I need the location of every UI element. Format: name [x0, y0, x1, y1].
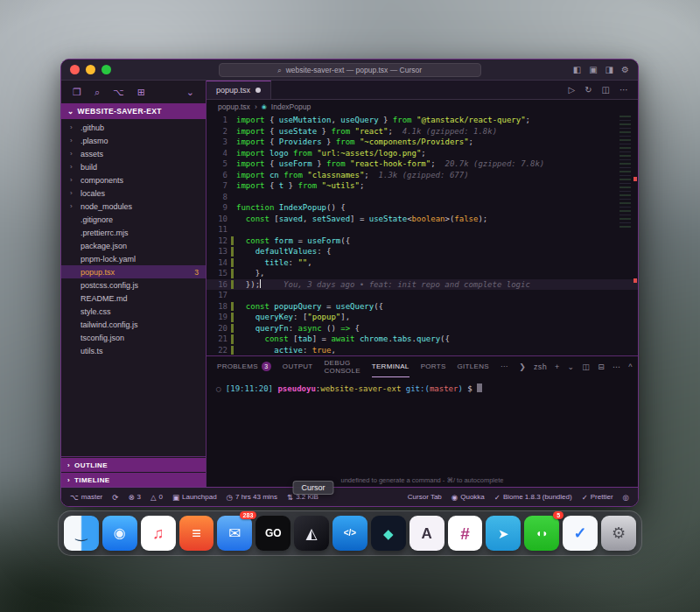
settings-gear-icon[interactable]: ⚙ [621, 65, 629, 74]
shell-name[interactable]: zsh [534, 362, 547, 371]
refresh-icon[interactable]: ↻ [584, 85, 592, 95]
terminal-token: website-saver-ext [320, 384, 401, 393]
wakatime-item[interactable]: ◷7 hrs 43 mins [227, 493, 277, 502]
terminal-token: [19:11:20] [226, 384, 278, 393]
dock-icon-dev-dark[interactable]: ◆ [371, 516, 406, 551]
panel-tab-ports[interactable]: PORTS [421, 356, 446, 377]
explorer-icon[interactable]: ❐ [73, 87, 81, 98]
split-editor-icon[interactable]: ◫ [602, 85, 610, 95]
new-terminal-icon[interactable]: + [555, 362, 560, 371]
file-tree-item-node_modules[interactable]: ›node_modules [61, 200, 206, 213]
file-tree-item-README.md[interactable]: README.md [61, 292, 206, 305]
launchpad-item[interactable]: ▣Launchpad [172, 493, 217, 502]
dock-icon-slack[interactable]: # [448, 516, 483, 551]
code-token: const [246, 236, 270, 245]
error-ruler-mark [634, 177, 637, 181]
file-tree-item-.gitignore[interactable]: .gitignore [61, 213, 206, 226]
timeline-section-header[interactable]: › TIMELINE [61, 473, 206, 487]
dock-icon-things[interactable]: ✓ [563, 516, 598, 551]
notifications-bell-icon[interactable]: ◎ [623, 493, 629, 502]
dock-icon-cursor[interactable]: ◭ [294, 516, 329, 551]
code-line: 7import { t } from "~utils"; [206, 180, 638, 192]
dock-icon-mail[interactable]: ✉283 [217, 516, 252, 551]
dock-icon-vscode[interactable]: </> [332, 516, 368, 551]
terminal-dropdown-icon[interactable]: ⌄ [568, 362, 575, 371]
dock-icon-finder[interactable]: ‿ [64, 516, 99, 551]
dock-icon-telegram[interactable]: ➤ [486, 516, 521, 551]
split-terminal-icon[interactable]: ◫ [582, 362, 590, 371]
file-tree-item-popup.tsx[interactable]: popup.tsx3 [61, 265, 206, 278]
panel-tab-problems[interactable]: PROBLEMS3 [217, 356, 271, 377]
extensions-icon[interactable]: ⊞ [137, 87, 145, 98]
chevron-down-icon[interactable]: ⌄ [186, 87, 194, 98]
code-token: active [274, 346, 303, 355]
explorer-project-header[interactable]: ⌄ WEBSITE-SAVER-EXT [61, 103, 206, 119]
run-icon[interactable]: ▷ [568, 85, 575, 95]
breadcrumb-symbol[interactable]: IndexPopup [271, 102, 311, 111]
errors-item[interactable]: ⊗3 [128, 493, 141, 502]
code-token: } [284, 181, 298, 190]
file-tree-item-.prettierrc.mjs[interactable]: .prettierrc.mjs [61, 226, 206, 239]
warnings-item[interactable]: △0 [150, 493, 163, 502]
sync-item[interactable]: ⟳ [112, 493, 118, 502]
file-tree-item-.github[interactable]: ›.github [61, 121, 206, 134]
toggle-panel-icon[interactable]: ▣ [589, 65, 597, 74]
git-branch-item[interactable]: ⌥master [70, 493, 102, 502]
file-tree-item-utils.ts[interactable]: utils.ts [61, 344, 206, 357]
code-token: ; [421, 149, 425, 158]
file-tree-item-.plasmo[interactable]: ›.plasmo [61, 134, 206, 147]
file-tree-item-tsconfig.json[interactable]: tsconfig.json [61, 331, 206, 344]
cursor-tab-item[interactable]: Cursor Tab [408, 493, 442, 501]
line-number: 14 [206, 257, 236, 269]
close-window-button[interactable] [70, 65, 80, 74]
dock-icon-app-white[interactable]: A [410, 516, 444, 551]
file-tree-item-locales[interactable]: ›locales [61, 186, 206, 200]
line-number: 7 [206, 180, 236, 192]
kill-terminal-icon[interactable]: ⊟ [598, 362, 605, 371]
tab-popup-tsx[interactable]: popup.tsx [206, 81, 271, 99]
file-tree-item-postcss.config.js[interactable]: postcss.config.js [61, 278, 206, 292]
panel-tab-terminal[interactable]: TERMINAL [372, 356, 410, 377]
panel-tab-debug-console[interactable]: DEBUG CONSOLE [325, 356, 360, 377]
breadcrumb-file[interactable]: popup.tsx [218, 102, 250, 111]
dock-icon-go[interactable]: GO [256, 516, 290, 551]
terminal[interactable]: ○ [19:11:20] pseudoyu:website-saver-ext … [206, 377, 638, 487]
file-tree-item-build[interactable]: ›build [61, 160, 206, 173]
file-tree-item-pnpm-lock.yaml[interactable]: pnpm-lock.yaml [61, 252, 206, 265]
maximize-panel-icon[interactable]: ^ [628, 362, 633, 371]
toggle-sidebar-icon[interactable]: ◧ [573, 65, 581, 74]
code-token: , [331, 116, 340, 124]
panel-tab-output[interactable]: OUTPUT [283, 356, 313, 377]
panel-tab-gitlens[interactable]: GITLENS [458, 356, 489, 377]
toggle-secondary-sidebar-icon[interactable]: ◨ [606, 65, 613, 74]
file-tree-item-tailwind.config.js[interactable]: tailwind.config.js [61, 318, 206, 331]
panel-tab-⋯[interactable]: ⋯ [500, 356, 508, 377]
modified-dot-icon[interactable] [256, 88, 261, 93]
zoom-window-button[interactable] [102, 65, 111, 74]
search-icon[interactable]: ⌕ [94, 87, 100, 98]
breadcrumb[interactable]: popup.tsx › ◉ IndexPopup [206, 100, 638, 114]
file-tree-item-components[interactable]: ›components [61, 173, 206, 186]
dock-icon-music[interactable]: ♫ [141, 516, 176, 551]
source-control-icon[interactable]: ⌥ [113, 87, 124, 98]
minimap[interactable] [620, 116, 631, 228]
more-actions-icon[interactable]: ⋯ [612, 362, 620, 371]
quokka-item[interactable]: ◉Quokka [452, 493, 485, 502]
outline-section-header[interactable]: › OUTLINE [61, 458, 206, 472]
sync-item-icon: ⟳ [112, 493, 118, 502]
minimize-window-button[interactable] [86, 65, 95, 74]
dock-icon-wechat[interactable]: ◖◗5 [524, 516, 559, 551]
biome-item[interactable]: ✓Biome 1.8.3 (bundled) [494, 493, 572, 502]
command-center[interactable]: ⌕ website-saver-ext — popup.tsx — Cursor [219, 63, 481, 77]
code-token: false [454, 215, 478, 223]
more-actions-icon[interactable]: ⋯ [620, 85, 628, 95]
file-tree-item-package.json[interactable]: package.json [61, 239, 206, 252]
file-tree-item-style.css[interactable]: style.css [61, 305, 206, 318]
dock-icon-reeder[interactable]: ≡ [179, 516, 214, 551]
code-editor[interactable]: 1import { useMutation, useQuery } from "… [206, 114, 638, 355]
dock-icon-settings[interactable]: ⚙ [601, 516, 636, 551]
dock-icon-app-blue[interactable]: ◉ [102, 516, 137, 551]
prettier-item[interactable]: ✓Prettier [582, 493, 613, 502]
git-branch-item-label: master [81, 493, 102, 501]
file-tree-item-assets[interactable]: ›assets [61, 147, 206, 160]
